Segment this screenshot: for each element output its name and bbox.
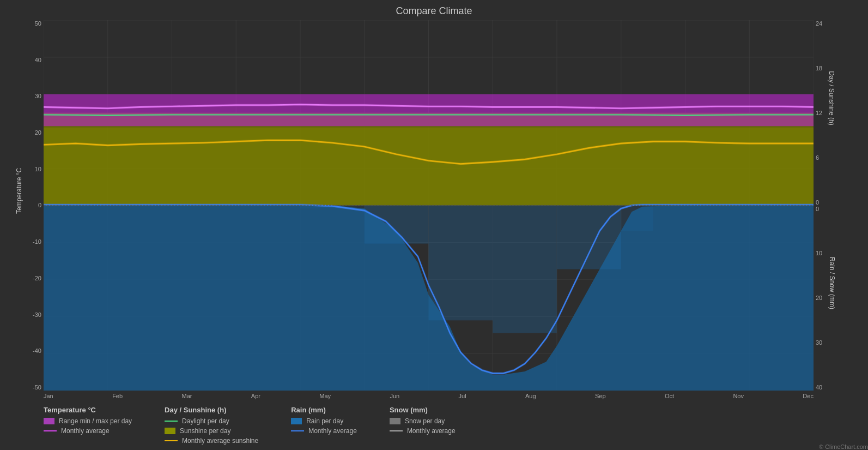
y-tick-right-rain-0: 0	[816, 206, 855, 212]
legend-label-snow-per-day: Snow per day	[405, 417, 445, 425]
legend-item-range: Range min / max per day	[44, 417, 132, 425]
legend-item-sunshine-per-day: Sunshine per day	[165, 427, 258, 435]
y-tick: 40	[33, 57, 41, 63]
y-tick: -20	[33, 275, 41, 281]
y-tick-right-6: 6	[816, 154, 855, 161]
legend-line-monthly-avg-snow	[390, 430, 403, 431]
legend-swatch-snow	[390, 418, 400, 424]
legend-item-monthly-avg-rain: Monthly average	[291, 427, 357, 435]
legend-swatch-rain	[291, 418, 302, 424]
chart-svg	[44, 20, 814, 391]
x-tick-mar: Mar	[181, 393, 192, 399]
y-ticks-left: 50 40 30 20 10 0 -10 -20 -30 -40 -50	[33, 20, 44, 391]
y-label-left: Temperature °C	[15, 197, 23, 214]
y-axis-right: 24 18 12 6 0 0 10 20 30 40 Day / Sunshin…	[814, 20, 857, 391]
legend-group-temp: Temperature °C Range min / max per day M…	[44, 406, 132, 445]
x-tick-jul: Jul	[459, 393, 466, 399]
legend-item-monthly-avg-sunshine: Monthly average sunshine	[165, 437, 258, 445]
y-tick: 0	[33, 202, 41, 208]
svg-rect-26	[44, 128, 814, 206]
right-label-sunshine: Day / Sunshine (h)	[827, 71, 835, 125]
legend-item-snow-per-day: Snow per day	[390, 417, 456, 425]
y-tick: 50	[33, 20, 41, 27]
copyright: © ClimeChart.com	[819, 443, 868, 450]
legend-line-monthly-avg-sunshine	[165, 440, 178, 441]
x-tick-feb: Feb	[112, 393, 123, 399]
x-tick-aug: Aug	[525, 393, 536, 399]
svg-rect-30	[429, 206, 493, 321]
y-tick: 30	[33, 93, 41, 99]
legend-item-monthly-avg-temp: Monthly average	[44, 427, 132, 435]
y-tick-right-12: 12	[816, 110, 855, 116]
x-axis-labels: Jan Feb Mar Apr May Jun Jul Aug Sep Oct …	[44, 391, 814, 401]
legend-label-rain-per-day: Rain per day	[306, 417, 343, 425]
y-tick-right-18: 18	[816, 65, 855, 71]
legend-group-title-sunshine: Day / Sunshine (h)	[165, 406, 258, 414]
x-tick-apr: Apr	[251, 393, 260, 399]
legend-group-sunshine: Day / Sunshine (h) Daylight per day Suns…	[165, 406, 258, 445]
y-tick: 10	[33, 166, 41, 172]
y-tick-right-rain-30: 30	[816, 339, 855, 346]
legend-line-daylight	[165, 421, 178, 422]
x-tick-sep: Sep	[595, 393, 606, 399]
x-tick-may: May	[319, 393, 331, 399]
x-tick-jan: Jan	[44, 393, 53, 399]
y-tick-right-rain-10: 10	[816, 250, 855, 256]
y-tick-right-0: 0	[816, 199, 855, 206]
svg-rect-31	[493, 206, 557, 333]
y-axis-left: Temperature °C 50 40 30 20 10 0 -10 -20 …	[11, 20, 44, 391]
legend-label-monthly-avg-rain: Monthly average	[308, 427, 357, 435]
svg-rect-34	[44, 94, 814, 127]
legend-group-title-temp: Temperature °C	[44, 406, 132, 414]
legend-group-rain: Rain (mm) Rain per day Monthly average	[291, 406, 357, 445]
y-tick: -50	[33, 384, 41, 391]
legend-item-monthly-avg-snow: Monthly average	[390, 427, 456, 435]
legend-label-sunshine-per-day: Sunshine per day	[180, 427, 230, 435]
x-axis-row: Jan Feb Mar Apr May Jun Jul Aug Sep Oct …	[11, 391, 857, 401]
y-tick-right-rain-40: 40	[816, 384, 855, 391]
legend-group-snow: Snow (mm) Snow per day Monthly average	[390, 406, 456, 445]
y-tick: -40	[33, 347, 41, 354]
legend-item-rain-per-day: Rain per day	[291, 417, 357, 425]
y-tick: -10	[33, 238, 41, 245]
svg-rect-32	[557, 206, 621, 269]
legend-label-monthly-avg-temp: Monthly average	[61, 427, 110, 435]
y-tick: 20	[33, 129, 41, 136]
chart-main: Conakry Conakry ClimeChart.com ClimeChar…	[44, 20, 814, 391]
legend-label-monthly-avg-snow: Monthly average	[407, 427, 456, 435]
svg-rect-33	[621, 206, 653, 231]
legend-item-daylight: Daylight per day	[165, 417, 258, 425]
legend-swatch-range	[44, 418, 54, 424]
legend-label-monthly-avg-sunshine: Monthly average sunshine	[182, 437, 258, 445]
legend-group-title-rain: Rain (mm)	[291, 406, 357, 414]
legend-line-monthly-avg-temp	[44, 430, 57, 431]
legend-label-daylight: Daylight per day	[182, 417, 229, 425]
x-tick-jun: Jun	[390, 393, 399, 399]
y-tick-right-24: 24	[816, 20, 855, 27]
legend-label-range: Range min / max per day	[59, 417, 132, 425]
legend-area: Temperature °C Range min / max per day M…	[11, 401, 857, 445]
legend-group-title-snow: Snow (mm)	[390, 406, 456, 414]
y-tick: -30	[33, 311, 41, 318]
x-tick-dec: Dec	[803, 393, 814, 399]
legend-line-monthly-avg-rain	[291, 430, 304, 431]
svg-rect-29	[365, 206, 429, 244]
legend-swatch-sunshine	[165, 428, 175, 434]
right-label-rain: Rain / Snow (mm)	[828, 257, 836, 309]
x-tick-oct: Oct	[665, 393, 674, 399]
chart-title: Compare Climate	[11, 5, 857, 17]
x-tick-nov: Nov	[733, 393, 744, 399]
